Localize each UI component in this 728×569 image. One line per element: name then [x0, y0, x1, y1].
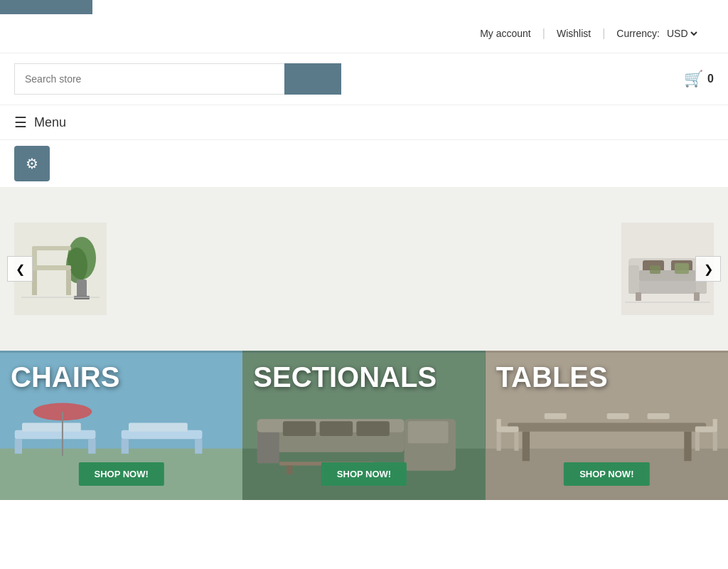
menu-hamburger-icon: ☰: [14, 114, 27, 131]
sectionals-shop-now-button[interactable]: SHOP NOW!: [321, 462, 407, 486]
svg-rect-8: [32, 246, 71, 250]
svg-rect-50: [522, 432, 529, 461]
sectionals-shop-label: SHOP NOW!: [337, 469, 391, 479]
currency-label: Currency:: [616, 28, 660, 39]
logo-bar: [0, 0, 92, 14]
slider-prev-button[interactable]: ❮: [7, 256, 33, 282]
sectionals-category-title: SECTIONALS: [253, 361, 437, 393]
my-account-link[interactable]: My account: [480, 28, 531, 39]
svg-rect-54: [514, 432, 518, 451]
svg-rect-7: [32, 248, 37, 267]
svg-rect-60: [544, 413, 566, 419]
svg-rect-31: [129, 422, 188, 431]
svg-rect-45: [287, 465, 292, 474]
svg-rect-2: [77, 280, 87, 297]
svg-rect-26: [88, 439, 95, 454]
category-sectionals: SECTIONALS SHOP NOW!: [242, 351, 485, 500]
svg-rect-18: [650, 265, 660, 274]
hero-slider: ❮: [0, 187, 728, 351]
svg-rect-4: [32, 265, 71, 270]
svg-rect-17: [675, 263, 689, 274]
slider-next-button[interactable]: ❯: [695, 256, 721, 282]
cart-icon[interactable]: 🛒: [684, 70, 703, 88]
svg-rect-5: [32, 270, 37, 295]
svg-rect-39: [283, 421, 316, 436]
svg-rect-61: [606, 413, 628, 419]
tables-shop-now-button[interactable]: SHOP NOW!: [564, 462, 649, 486]
header-divider2: |: [602, 27, 605, 40]
search-input[interactable]: [14, 63, 284, 95]
cart-count: 0: [707, 73, 714, 85]
svg-rect-59: [712, 419, 717, 427]
category-grid: CHAIRS SHOP NOW! SECTIONALS: [0, 351, 728, 500]
chair-product-svg: [21, 226, 100, 312]
svg-rect-30: [195, 439, 202, 454]
svg-rect-20: [694, 292, 700, 301]
svg-rect-12: [628, 265, 639, 294]
chairs-category-title: CHAIRS: [11, 361, 119, 393]
svg-rect-27: [22, 422, 81, 431]
svg-rect-55: [496, 419, 500, 427]
category-chairs: CHAIRS SHOP NOW!: [0, 351, 242, 500]
menu-bar: ☰ Menu: [0, 105, 728, 140]
svg-rect-53: [496, 432, 500, 451]
header-divider: |: [542, 27, 545, 40]
currency-select[interactable]: USD: [664, 27, 700, 40]
svg-rect-10: [628, 280, 707, 294]
settings-button[interactable]: ⚙: [14, 146, 50, 181]
svg-rect-19: [636, 292, 641, 301]
tables-shop-label: SHOP NOW!: [579, 469, 633, 479]
cart-area: 🛒 0: [684, 70, 714, 88]
chairs-shop-now-button[interactable]: SHOP NOW!: [78, 462, 164, 486]
svg-rect-43: [408, 421, 449, 443]
svg-rect-62: [647, 413, 669, 419]
svg-rect-57: [695, 432, 699, 451]
svg-rect-58: [712, 432, 717, 451]
tables-category-title: TABLES: [496, 361, 608, 393]
gear-icon: ⚙: [26, 155, 38, 172]
search-button[interactable]: [284, 63, 341, 95]
category-tables: TABLES SHOP NOW!: [486, 351, 728, 500]
svg-rect-49: [508, 422, 706, 431]
wishlist-link[interactable]: Wishlist: [557, 28, 591, 39]
svg-rect-25: [15, 439, 22, 454]
prev-arrow-icon: ❮: [16, 262, 25, 276]
search-bar: 🛒 0: [0, 53, 728, 105]
svg-rect-51: [684, 432, 691, 461]
svg-rect-29: [122, 439, 129, 454]
chairs-shop-label: SHOP NOW!: [94, 469, 148, 479]
settings-area: ⚙: [0, 140, 728, 187]
next-arrow-icon: ❯: [704, 262, 713, 276]
svg-rect-6: [66, 270, 71, 295]
header-top: My account | Wishlist | Currency: USD: [0, 14, 728, 53]
svg-rect-40: [320, 421, 353, 436]
currency-wrapper: Currency: USD: [616, 27, 700, 40]
svg-rect-41: [357, 421, 390, 436]
menu-label[interactable]: Menu: [34, 115, 66, 130]
